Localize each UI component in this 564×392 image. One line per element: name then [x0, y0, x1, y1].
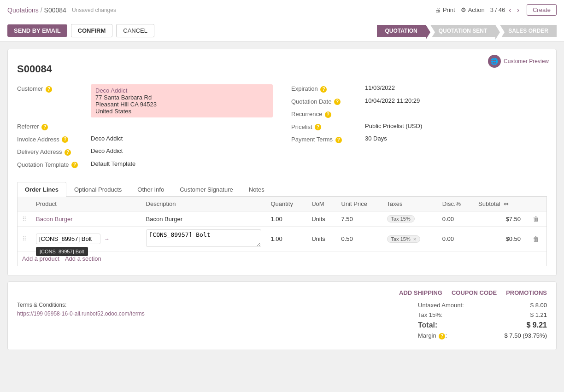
- recurrence-help-icon: ?: [325, 111, 331, 118]
- disc-cell-1: 0.00: [438, 211, 474, 227]
- product-link-1[interactable]: Bacon Burger: [36, 216, 73, 222]
- subtotal-icon: ⇔: [504, 200, 509, 207]
- tab-other-info[interactable]: Other Info: [129, 182, 172, 197]
- delivery-address-label: Delivery Address ?: [17, 147, 91, 156]
- tab-order-lines[interactable]: Order Lines: [17, 182, 66, 197]
- prev-button[interactable]: ‹: [507, 5, 513, 15]
- next-button[interactable]: ›: [515, 5, 521, 15]
- untaxed-amount-label: Untaxed Amount:: [418, 302, 464, 309]
- pricelist-help-icon: ?: [315, 124, 321, 130]
- footer-section: ADD SHIPPING COUPON CODE PROMOTIONS Term…: [7, 281, 557, 350]
- margin-row: Margin ?: $ 7.50 (93.75%): [418, 332, 547, 339]
- unit-price-cell-2: 0.50: [337, 227, 382, 252]
- recurrence-label: Recurrence ?: [291, 110, 365, 118]
- cancel-button[interactable]: CANCEL: [116, 24, 154, 37]
- referrer-label: Referrer ?: [17, 122, 91, 130]
- col-drag: [18, 197, 31, 211]
- delivery-address-value[interactable]: Deco Addict: [91, 147, 273, 154]
- quotation-date-row: Quotation Date ? 10/04/2022 11:20:29: [291, 97, 547, 105]
- tab-optional-products[interactable]: Optional Products: [66, 182, 129, 197]
- footer-actions: ADD SHIPPING COUPON CODE PROMOTIONS: [17, 289, 547, 296]
- payment-terms-help-icon: ?: [335, 137, 342, 143]
- customer-preview-label: Customer Preview: [504, 58, 549, 64]
- main-content: 🌐 Customer Preview S00084 Customer ? Dec…: [0, 41, 564, 357]
- breadcrumb-sep: /: [41, 6, 42, 14]
- recurrence-row: Recurrence ?: [291, 110, 547, 118]
- customer-name: Deco Addict: [95, 87, 268, 94]
- drag-icon-2: ⠿: [22, 235, 27, 242]
- table-header-row: Product Description Quantity UoM Unit Pr…: [18, 197, 546, 211]
- taxes-cell-2: Tax 15% ×: [382, 227, 438, 252]
- terms-link[interactable]: https://199 05958-16-0-all.runbot52.odoo…: [17, 310, 145, 317]
- delete-button-1[interactable]: 🗑: [530, 214, 542, 223]
- pricelist-value[interactable]: Public Pricelist (USD): [365, 123, 547, 129]
- print-button[interactable]: 🖨 Print: [435, 6, 455, 13]
- subtotal-cell-1: $7.50: [474, 211, 525, 227]
- col-actions: [525, 197, 546, 211]
- customer-address1: 77 Santa Barbara Rd: [95, 94, 268, 101]
- quotation-template-label: Quotation Template ?: [17, 160, 91, 169]
- add-product-link[interactable]: Add a product: [22, 255, 59, 262]
- description-cell-1: Bacon Burger: [141, 211, 266, 227]
- expiration-value[interactable]: 11/03/2022: [365, 84, 547, 91]
- description-cell-2[interactable]: [CONS_89957] Bolt: [141, 227, 266, 252]
- customer-address3: United States: [95, 108, 268, 115]
- tax-value: $ 1.21: [530, 311, 547, 318]
- delete-cell-2[interactable]: 🗑: [525, 227, 546, 252]
- totals-section: Untaxed Amount: $ 8.00 Tax 15%: $ 1.21 T…: [418, 302, 547, 342]
- breadcrumb-current: S00084: [44, 6, 66, 14]
- invoice-address-value[interactable]: Deco Addict: [91, 135, 273, 142]
- payment-terms-label: Payment Terms ?: [291, 135, 365, 143]
- add-links: Add a product Add a section: [18, 252, 546, 266]
- untaxed-amount-value: $ 8.00: [530, 302, 547, 309]
- quotation-date-help-icon: ?: [334, 99, 341, 105]
- delete-cell-1[interactable]: 🗑: [525, 211, 546, 227]
- delete-button-2[interactable]: 🗑: [530, 234, 542, 244]
- margin-help-icon: ?: [439, 333, 445, 339]
- col-description: Description: [141, 197, 266, 211]
- drag-handle-2[interactable]: ⠿: [18, 227, 31, 252]
- tax-remove-2[interactable]: ×: [413, 236, 416, 242]
- footer-body: Terms & Conditions: https://199 05958-16…: [17, 302, 547, 342]
- payment-terms-value[interactable]: 30 Days: [365, 135, 547, 142]
- total-row: Total: $ 9.21: [418, 321, 547, 329]
- form-col-left: Customer ? Deco Addict 77 Santa Barbara …: [17, 84, 273, 173]
- drag-handle-1[interactable]: ⠿: [18, 211, 31, 227]
- expiration-help-icon: ?: [320, 86, 327, 93]
- action-button[interactable]: ⚙ Action: [461, 6, 485, 13]
- product-input-2[interactable]: [36, 234, 100, 244]
- customer-preview[interactable]: 🌐 Customer Preview: [488, 55, 549, 68]
- create-button[interactable]: Create: [527, 4, 557, 16]
- pricelist-label: Pricelist ?: [291, 123, 365, 131]
- payment-terms-row: Payment Terms ? 30 Days: [291, 135, 547, 143]
- add-section-link[interactable]: Add a section: [65, 255, 101, 262]
- page-info: 3 / 46: [490, 6, 505, 13]
- total-label: Total:: [418, 321, 437, 329]
- tab-notes[interactable]: Notes: [241, 182, 272, 197]
- top-bar-right: 🖨 Print ⚙ Action 3 / 46 ‹ › Create: [435, 4, 557, 16]
- action-bar: SEND BY EMAIL CONFIRM CANCEL QUOTATION Q…: [0, 20, 564, 41]
- description-textarea-2[interactable]: [CONS_89957] Bolt: [146, 229, 262, 247]
- customer-value[interactable]: Deco Addict 77 Santa Barbara Rd Pleasant…: [91, 84, 273, 117]
- status-sent[interactable]: QUOTATION SENT: [430, 25, 496, 37]
- product-arrow-2[interactable]: →: [102, 236, 112, 242]
- quotation-template-value[interactable]: Default Template: [91, 160, 273, 167]
- expiration-label: Expiration ?: [291, 84, 365, 93]
- margin-value: $ 7.50 (93.75%): [504, 332, 547, 339]
- product-cell-1[interactable]: Bacon Burger: [31, 211, 141, 227]
- add-shipping-button[interactable]: ADD SHIPPING: [399, 289, 442, 296]
- tax-badge-1: Tax 15%: [387, 215, 415, 222]
- breadcrumb-parent[interactable]: Quotations: [7, 6, 39, 14]
- order-table: Product Description Quantity UoM Unit Pr…: [18, 197, 546, 252]
- coupon-code-button[interactable]: COUPON CODE: [452, 289, 497, 296]
- unsaved-indicator: Unsaved changes: [72, 7, 116, 13]
- subtotal-cell-2: $0.50: [474, 227, 525, 252]
- tab-customer-signature[interactable]: Customer Signature: [172, 182, 241, 197]
- status-order[interactable]: SALES ORDER: [500, 25, 557, 37]
- expiration-row: Expiration ? 11/03/2022: [291, 84, 547, 93]
- send-email-button[interactable]: SEND BY EMAIL: [7, 24, 67, 37]
- confirm-button[interactable]: CONFIRM: [71, 24, 113, 37]
- promotions-button[interactable]: PROMOTIONS: [506, 289, 547, 296]
- status-quotation[interactable]: QUOTATION: [377, 25, 426, 37]
- product-cell-2[interactable]: → [CONS_89957] Bolt: [31, 227, 141, 252]
